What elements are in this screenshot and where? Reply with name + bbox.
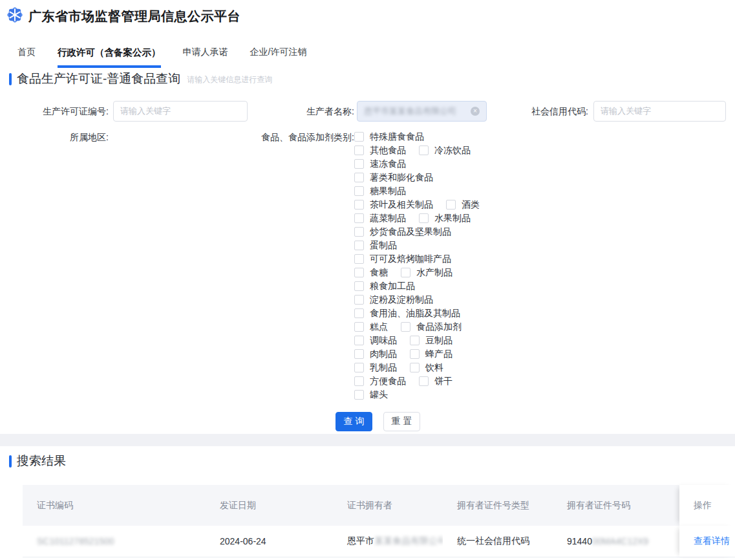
- checkbox-icon[interactable]: [354, 227, 364, 237]
- category-option[interactable]: 方便食品: [354, 376, 406, 387]
- checkbox-icon[interactable]: [354, 322, 364, 332]
- checkbox-icon[interactable]: [419, 145, 429, 155]
- category-option-label: 水产制品: [416, 267, 453, 279]
- header-id-type: 拥有者证件号类型: [443, 485, 553, 526]
- category-option[interactable]: 饮料: [410, 362, 443, 374]
- query-section-header: 食品生产许可证-普通食品查询 请输入关键信息进行查询: [9, 72, 272, 85]
- category-row: 糖果制品: [354, 184, 493, 198]
- license-no-input[interactable]: 请输入关键字: [113, 101, 248, 122]
- checkbox-icon[interactable]: [354, 390, 364, 400]
- category-option[interactable]: 食糖: [354, 267, 388, 279]
- checkbox-icon[interactable]: [354, 376, 364, 386]
- category-option[interactable]: 乳制品: [354, 362, 397, 374]
- category-option-label: 酒类: [462, 199, 480, 211]
- redacted-id-number: 00MA4C12X9: [592, 536, 648, 546]
- app-logo-icon: [5, 5, 25, 25]
- checkbox-icon[interactable]: [354, 186, 364, 196]
- category-option[interactable]: 薯类和膨化食品: [354, 172, 433, 184]
- query-section-hint: 请输入关键信息进行查询: [187, 74, 272, 85]
- category-option[interactable]: 水果制品: [419, 213, 471, 224]
- checkbox-icon[interactable]: [354, 213, 364, 223]
- checkbox-icon[interactable]: [354, 336, 364, 345]
- category-option[interactable]: 调味品: [354, 335, 397, 347]
- checkbox-icon[interactable]: [354, 241, 364, 250]
- owner-visible-text: 恩平市: [347, 535, 374, 547]
- tab-applicant-commitment[interactable]: 申请人承诺: [183, 47, 228, 60]
- category-option[interactable]: 速冻食品: [354, 158, 406, 170]
- category-option[interactable]: 豆制品: [410, 335, 453, 347]
- view-details-link[interactable]: 查看详情: [694, 535, 730, 547]
- checkbox-icon[interactable]: [354, 308, 364, 318]
- category-option[interactable]: 蛋制品: [354, 240, 397, 252]
- table-header-row: 证书编码 发证日期 证书拥有者 拥有者证件号类型 拥有者证件号码 操作: [23, 485, 735, 526]
- category-option[interactable]: 特殊膳食食品: [354, 131, 424, 143]
- tab-administrative-license[interactable]: 行政许可（含备案公示）: [58, 47, 161, 60]
- category-option-label: 淀粉及淀粉制品: [370, 294, 433, 306]
- category-option[interactable]: 茶叶及相关制品: [354, 199, 433, 211]
- category-option[interactable]: 冷冻饮品: [419, 145, 471, 156]
- category-option[interactable]: 罐头: [354, 389, 388, 401]
- category-option[interactable]: 可可及焙烤咖啡产品: [354, 253, 451, 265]
- results-section-header: 搜索结果: [9, 454, 66, 468]
- category-row: 食用油、油脂及其制品: [354, 307, 493, 320]
- category-option[interactable]: 糕点: [354, 321, 388, 333]
- category-option[interactable]: 蜂产品: [410, 349, 453, 360]
- header-cert-code: 证书编码: [23, 485, 206, 526]
- category-option-label: 食用油、油脂及其制品: [370, 308, 460, 319]
- checkbox-icon[interactable]: [354, 173, 364, 182]
- category-option[interactable]: 淀粉及淀粉制品: [354, 294, 433, 306]
- category-option[interactable]: 糖果制品: [354, 186, 406, 197]
- category-row: 可可及焙烤咖啡产品: [354, 252, 493, 266]
- checkbox-icon[interactable]: [401, 268, 410, 277]
- checkbox-icon[interactable]: [354, 268, 364, 277]
- checkbox-icon[interactable]: [419, 376, 429, 386]
- producer-name-input[interactable]: 恩平市某某食品有限公司 ×: [357, 101, 487, 122]
- checkbox-icon[interactable]: [410, 349, 420, 359]
- category-option[interactable]: 肉制品: [354, 349, 397, 360]
- category-option-label: 食糖: [370, 267, 388, 279]
- category-option[interactable]: 水产制品: [401, 267, 453, 279]
- category-row: 方便食品饼干: [354, 374, 493, 388]
- category-option[interactable]: 其他食品: [354, 145, 406, 156]
- search-button[interactable]: 查 询: [336, 412, 372, 431]
- checkbox-icon[interactable]: [354, 254, 364, 264]
- page: 广东省市场监督管理局信息公示平台 首页 行政许可（含备案公示） 申请人承诺 企业…: [0, 0, 735, 560]
- checkbox-icon[interactable]: [354, 281, 364, 291]
- checkbox-icon[interactable]: [410, 363, 420, 372]
- category-option-label: 特殊膳食食品: [370, 131, 424, 143]
- credit-code-input[interactable]: 请输入关键字: [593, 101, 726, 122]
- checkbox-icon[interactable]: [401, 322, 410, 332]
- category-option[interactable]: 酒类: [446, 199, 480, 211]
- header-operation: 操作: [679, 485, 735, 526]
- table-row: SC1011278521500 2024-06-24 恩平市 某某食品有限公司 …: [23, 526, 735, 557]
- section-divider: [0, 434, 735, 446]
- category-row: 乳制品饮料: [354, 361, 493, 374]
- checkbox-icon[interactable]: [419, 213, 429, 223]
- category-option-label: 薯类和膨化食品: [370, 172, 433, 184]
- checkbox-icon[interactable]: [354, 295, 364, 305]
- category-option-label: 蜂产品: [425, 349, 453, 360]
- category-option[interactable]: 蔬菜制品: [354, 213, 406, 224]
- reset-button[interactable]: 重 置: [383, 412, 420, 431]
- checkbox-icon[interactable]: [410, 336, 420, 345]
- producer-name-value: 恩平市某某食品有限公司: [364, 105, 456, 117]
- cell-operation: 查看详情: [679, 526, 735, 557]
- checkbox-icon[interactable]: [354, 349, 364, 359]
- checkbox-icon[interactable]: [354, 145, 364, 155]
- checkbox-icon[interactable]: [446, 200, 456, 210]
- tab-enterprise-license-cancel[interactable]: 企业/许可注销: [250, 47, 307, 60]
- tab-home[interactable]: 首页: [17, 47, 36, 60]
- category-option[interactable]: 粮食加工品: [354, 281, 415, 292]
- checkbox-icon[interactable]: [354, 132, 364, 142]
- checkbox-icon[interactable]: [354, 200, 364, 210]
- category-option[interactable]: 食用油、油脂及其制品: [354, 308, 460, 319]
- category-row: 其他食品冷冻饮品: [354, 144, 493, 157]
- clear-input-icon[interactable]: ×: [471, 107, 480, 116]
- category-option[interactable]: 炒货食品及坚果制品: [354, 226, 451, 238]
- checkbox-icon[interactable]: [354, 363, 364, 372]
- category-option[interactable]: 饼干: [419, 376, 453, 387]
- category-option[interactable]: 食品添加剂: [401, 321, 462, 333]
- section-accent-bar: [9, 455, 12, 468]
- header-issue-date: 发证日期: [206, 485, 333, 526]
- checkbox-icon[interactable]: [354, 159, 364, 169]
